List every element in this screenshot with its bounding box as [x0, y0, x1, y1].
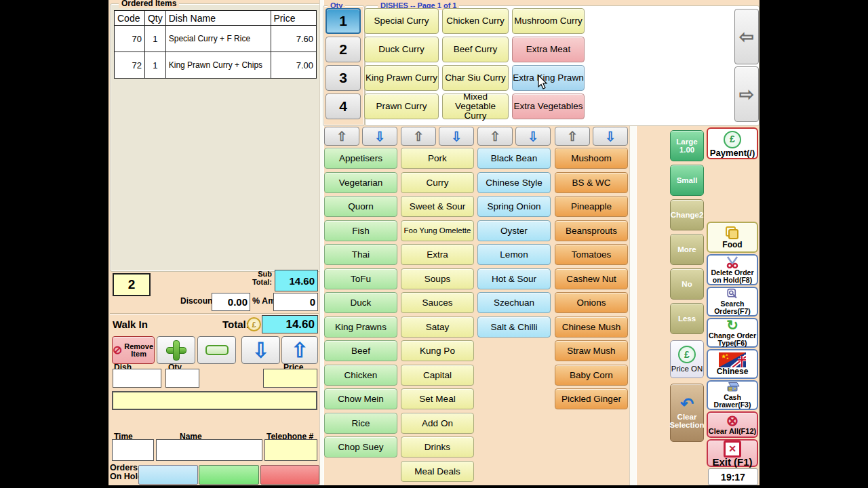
delete-order-on-hold-button[interactable]: Delete Order on Hold(F8) [707, 254, 758, 285]
next-page-button[interactable]: ⇨ [734, 66, 759, 122]
payment-button[interactable]: £ Payment(/) [707, 127, 758, 159]
dish-button[interactable]: Char Siu Curry [442, 65, 509, 91]
category-button[interactable]: Spring Onion [477, 196, 551, 217]
size-large-button[interactable]: Large 1.00 [670, 130, 704, 161]
table-row[interactable]: 70 1 Special Curry + F Rice 7.60 [115, 26, 317, 52]
category-button[interactable]: Meal Deals [401, 461, 474, 482]
category-button[interactable]: Szechuan [477, 292, 551, 313]
change2-button[interactable]: Change2 [670, 199, 704, 230]
category-button[interactable]: ToFu [324, 268, 397, 289]
table-row[interactable]: 72 1 King Prawn Curry + Chips 7.00 [115, 52, 317, 79]
category-button[interactable]: Oyster [477, 220, 551, 241]
qty-input[interactable] [165, 369, 199, 388]
category-button[interactable]: Sweet & Sour [401, 196, 474, 217]
category-button[interactable]: Beef [324, 340, 397, 361]
dish-button[interactable]: Prawn Curry [364, 94, 439, 119]
remove-item-button[interactable]: ⊘ Remove Item [112, 336, 155, 364]
category-button[interactable]: Fish [324, 220, 397, 241]
price-on-button[interactable]: £ Price ON [670, 340, 704, 378]
prev-page-button[interactable]: ⇦ [734, 9, 759, 64]
dish-button[interactable]: Chicken Curry [442, 8, 509, 34]
dish-button[interactable]: Mixed Vegetable Curry [442, 94, 509, 119]
discount-amount-field[interactable]: 0 [273, 293, 318, 311]
category-button[interactable]: Salt & Chilli [477, 317, 551, 338]
category-button[interactable]: Soups [401, 268, 474, 289]
dish-button[interactable]: Beef Curry [442, 37, 509, 62]
category-button[interactable]: Curry [401, 172, 474, 193]
change-order-type-button[interactable]: ↻ Change Order Type(F6) [707, 318, 758, 348]
category-button[interactable]: Add On [401, 413, 474, 434]
category-button[interactable]: Pineapple [555, 196, 628, 217]
category-button[interactable]: Hot & Sour [477, 268, 551, 289]
category-button[interactable]: Chinese Mush [555, 317, 628, 338]
no-button[interactable]: No [670, 268, 704, 300]
qty-option-2[interactable]: 2 [326, 37, 361, 62]
category-button[interactable]: Onions [555, 292, 628, 313]
discount-percent-field[interactable]: 0.00 [212, 293, 250, 311]
dish-button[interactable]: Special Curry [364, 8, 439, 34]
scroll-down-col3[interactable]: ⇩ [515, 127, 551, 146]
category-button[interactable]: Baby Corn [555, 365, 628, 386]
scroll-down-col1[interactable]: ⇩ [362, 127, 397, 146]
dish-code-input[interactable] [113, 369, 161, 388]
name-input[interactable] [156, 439, 262, 461]
language-toggle-button[interactable]: ★ ★ ★ Chinese [707, 349, 758, 379]
exit-button[interactable]: ✕ Exit (F1) [707, 439, 758, 467]
category-button[interactable]: BS & WC [555, 172, 628, 193]
scroll-up-col4[interactable]: ⇧ [555, 127, 590, 146]
move-item-up-button[interactable]: ⇧ [281, 336, 318, 364]
category-button[interactable]: Set Meal [401, 388, 474, 409]
category-button[interactable]: Beansprouts [555, 220, 628, 241]
category-button[interactable]: Vegetarian [324, 172, 397, 193]
category-button[interactable]: Pork [401, 148, 474, 169]
category-button[interactable]: Kung Po [401, 340, 474, 361]
category-button[interactable]: Tomatoes [555, 244, 628, 265]
category-button[interactable]: Appetisers [324, 148, 397, 169]
decrease-qty-button[interactable] [197, 336, 236, 364]
category-button[interactable]: Foo Yung Omelette [401, 220, 474, 241]
scroll-down-col4[interactable]: ⇩ [593, 127, 628, 146]
category-button[interactable]: Chop Suey [324, 436, 397, 458]
telephone-input[interactable] [264, 439, 317, 461]
category-button[interactable]: Rice [324, 413, 397, 434]
category-button[interactable]: Sauces [401, 292, 474, 313]
size-small-button[interactable]: Small [670, 165, 704, 196]
category-button[interactable]: Mushoom [555, 148, 628, 169]
increase-qty-button[interactable] [157, 336, 195, 364]
category-button[interactable]: Pickled Ginger [555, 388, 628, 409]
category-button[interactable]: Duck [324, 292, 397, 313]
category-button[interactable]: Cashew Nut [555, 268, 628, 289]
dish-button[interactable]: Extra Meat [512, 37, 585, 62]
scroll-down-col2[interactable]: ⇩ [439, 127, 474, 146]
more-button[interactable]: More [670, 234, 704, 265]
dish-button[interactable]: Duck Curry [364, 37, 439, 62]
dish-button[interactable]: Extra Vegetables [512, 94, 585, 119]
clear-all-button[interactable]: ⊗ Clear All(F12) [707, 411, 758, 438]
search-orders-button[interactable]: SearchOrders(F7) [707, 287, 758, 317]
category-button[interactable]: Satay [401, 317, 474, 338]
category-button[interactable]: Straw Mush [555, 340, 628, 361]
category-button[interactable]: Chow Mein [324, 388, 397, 409]
hold-slot-red[interactable] [260, 465, 319, 485]
scroll-up-col2[interactable]: ⇧ [401, 127, 436, 146]
category-button[interactable]: Lemon [477, 244, 551, 265]
scroll-up-col3[interactable]: ⇧ [477, 127, 513, 146]
dish-button[interactable]: Mushroom Curry [512, 8, 585, 34]
category-button[interactable]: Chicken [324, 365, 397, 386]
category-button[interactable]: Capital [401, 365, 474, 386]
category-button[interactable]: Quorn [324, 196, 397, 217]
dish-button[interactable]: King Prawn Curry [364, 65, 439, 91]
category-button[interactable]: Drinks [401, 436, 474, 458]
clear-selection-button[interactable]: ↶ ClearSelection [670, 384, 704, 442]
category-button[interactable]: Extra [401, 244, 474, 265]
hold-slot-green[interactable] [199, 465, 259, 485]
hold-slot-blue[interactable] [138, 465, 198, 485]
time-input[interactable] [112, 439, 154, 461]
qty-option-3[interactable]: 3 [326, 65, 361, 91]
food-button[interactable]: Food [707, 222, 758, 253]
qty-option-1[interactable]: 1 [326, 8, 361, 34]
category-button[interactable]: Thai [324, 244, 397, 265]
less-button[interactable]: Less [670, 303, 704, 334]
category-button[interactable]: Chinese Style [477, 172, 551, 193]
scroll-up-col1[interactable]: ⇧ [324, 127, 359, 146]
